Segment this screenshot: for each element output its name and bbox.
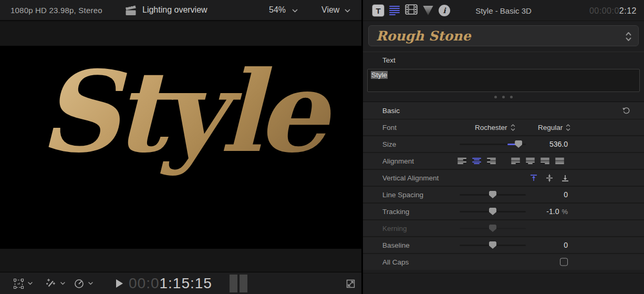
audio-meter-left[interactable]: [230, 275, 237, 292]
project-title: Lighting overview: [142, 5, 207, 15]
text-entry-field[interactable]: Style: [367, 69, 640, 92]
line-spacing-value[interactable]: 0: [510, 190, 568, 199]
magic-wand-icon: [45, 278, 57, 290]
inspector-header: T i: [363, 0, 644, 21]
inspector-pane: T i: [363, 0, 644, 294]
final-cut-window: 1080p HD 23.98p, Stereo Lighting overvie…: [0, 0, 644, 294]
line-spacing-row: Line Spacing 0: [363, 187, 644, 202]
video-canvas[interactable]: Style: [0, 46, 361, 249]
title-preset-dropdown[interactable]: Rough Stone: [368, 25, 639, 46]
chevron-down-icon: [345, 5, 350, 15]
kerning-row: Kerning: [363, 220, 644, 236]
align-left-icon[interactable]: [458, 158, 466, 165]
transform-tool-dropdown[interactable]: [13, 272, 33, 294]
alignment-buttons: [458, 153, 570, 169]
baseline-row: Baseline 0: [363, 237, 644, 253]
basic-section-title: Basic: [382, 107, 400, 115]
font-face-dropdown[interactable]: Regular: [538, 119, 570, 135]
zoom-level-dropdown[interactable]: 54%: [269, 5, 298, 15]
text-section: Text Style: [363, 52, 644, 102]
tracking-value[interactable]: -1.0%: [510, 207, 568, 216]
speed-gauge-icon: [74, 278, 85, 289]
basic-section-header[interactable]: Basic: [363, 102, 644, 119]
kerning-slider: [460, 225, 526, 232]
fullscreen-icon[interactable]: [346, 279, 356, 291]
valign-bottom-icon[interactable]: [561, 174, 569, 182]
valign-top-icon[interactable]: [529, 174, 538, 182]
audio-meter-right[interactable]: [240, 275, 247, 292]
all-caps-row: All Caps: [363, 254, 644, 270]
playhead-timecode: 00:01:15:15: [129, 275, 212, 292]
viewer-header: 1080p HD 23.98p, Stereo Lighting overvie…: [0, 0, 361, 21]
justify-left-icon[interactable]: [511, 158, 520, 165]
viewer-toolbar: 00:01:15:15: [0, 272, 361, 294]
justify-right-icon[interactable]: [541, 158, 549, 165]
size-row: Size 536.0: [363, 136, 644, 152]
format-info: 1080p HD 23.98p, Stereo: [11, 6, 102, 15]
chevron-down-icon: [28, 282, 33, 285]
play-button[interactable]: [116, 279, 123, 288]
updown-chevrons-icon: [625, 31, 632, 44]
chevron-down-icon: [292, 5, 298, 15]
alignment-row: Alignment: [363, 153, 644, 169]
text-section-label: Text: [382, 56, 644, 64]
canvas-title-text[interactable]: Style: [0, 46, 361, 185]
align-right-icon[interactable]: [487, 158, 496, 165]
inspector-timecode: 00:00:02:12: [589, 6, 637, 16]
font-family-dropdown[interactable]: Rochester: [475, 119, 515, 135]
justify-all-icon[interactable]: [555, 158, 564, 165]
reset-icon[interactable]: [622, 107, 630, 117]
selected-text: Style: [371, 71, 388, 79]
size-value[interactable]: 536.0: [510, 140, 568, 148]
updown-chevrons-icon: [566, 124, 570, 131]
vertical-alignment-row: Vertical Alignment: [363, 170, 644, 186]
justify-center-icon[interactable]: [526, 158, 535, 165]
updown-chevrons-icon: [511, 124, 515, 131]
preset-name: Rough Stone: [376, 28, 471, 44]
inspector-footer: [363, 273, 644, 294]
enhancements-dropdown[interactable]: [45, 272, 65, 294]
resize-handle-dots[interactable]: [363, 92, 644, 102]
chevron-down-icon: [88, 282, 93, 285]
vertical-alignment-buttons: [529, 170, 569, 186]
all-caps-checkbox[interactable]: [560, 258, 568, 266]
baseline-value[interactable]: 0: [510, 241, 568, 249]
chevron-down-icon: [60, 282, 65, 285]
basic-section-rows: Font Rochester Regular Size 536.0: [363, 119, 644, 270]
align-center-icon[interactable]: [472, 158, 481, 165]
transform-icon: [13, 278, 24, 289]
retime-dropdown[interactable]: [74, 272, 93, 294]
view-dropdown[interactable]: View: [321, 5, 350, 15]
valign-middle-icon[interactable]: [545, 174, 554, 182]
tracking-row: Tracking -1.0%: [363, 204, 644, 219]
clapperboard-icon: [124, 5, 137, 18]
viewer-pane: 1080p HD 23.98p, Stereo Lighting overvie…: [0, 0, 361, 294]
viewer-stage: Style: [0, 22, 361, 271]
font-row: Font Rochester Regular: [363, 119, 644, 135]
